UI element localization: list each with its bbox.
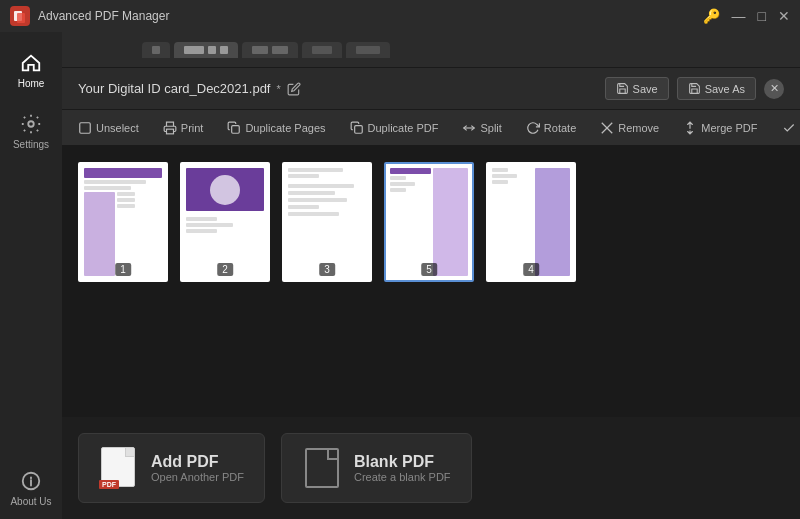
add-pdf-text: Add PDF Open Another PDF — [151, 453, 244, 483]
maximize-button[interactable]: □ — [758, 8, 766, 24]
app-icon — [10, 6, 30, 26]
merge-icon — [683, 121, 697, 135]
blank-pdf-main-label: Blank PDF — [354, 453, 451, 471]
duplicate-pdf-button[interactable]: Duplicate PDF — [342, 117, 447, 139]
app-title: Advanced PDF Manager — [38, 9, 703, 23]
rotate-label: Rotate — [544, 122, 576, 134]
file-name: Your Digital ID card_Dec2021.pdf * — [78, 81, 605, 96]
close-file-button[interactable]: ✕ — [764, 79, 784, 99]
minimize-button[interactable]: — — [732, 8, 746, 24]
unselect-icon — [78, 121, 92, 135]
duplicate-pdf-icon — [350, 121, 364, 135]
page-num-1: 1 — [115, 263, 131, 276]
save-button[interactable]: Save — [605, 77, 669, 100]
unselect-label: Unselect — [96, 122, 139, 134]
page-thumb-4[interactable]: 4 — [486, 162, 576, 282]
save-as-icon — [688, 82, 701, 95]
bottom-area: PDF Add PDF Open Another PDF Blank PDF C… — [62, 417, 800, 519]
duplicate-pages-label: Duplicate Pages — [245, 122, 325, 134]
blank-pdf-icon — [302, 446, 342, 490]
tab-2[interactable] — [174, 42, 238, 58]
svg-rect-5 — [166, 129, 173, 134]
page-thumb-1[interactable]: 1 — [78, 162, 168, 282]
duplicate-pages-button[interactable]: Duplicate Pages — [219, 117, 333, 139]
file-actions: Save Save As ✕ — [605, 77, 784, 100]
file-header: Your Digital ID card_Dec2021.pdf * Save — [62, 68, 800, 110]
blank-pdf-button[interactable]: Blank PDF Create a blank PDF — [281, 433, 472, 503]
page-num-2: 2 — [217, 263, 233, 276]
page-thumbnail-4: 4 — [486, 162, 576, 282]
svg-rect-6 — [232, 125, 240, 133]
svg-rect-7 — [354, 125, 362, 133]
tab-bar — [62, 32, 800, 68]
save-as-label: Save As — [705, 83, 745, 95]
merge-pdf-button[interactable]: Merge PDF — [675, 117, 765, 139]
tab-4[interactable] — [302, 42, 342, 58]
blank-pdf-text: Blank PDF Create a blank PDF — [354, 453, 451, 483]
select-all-icon — [782, 121, 796, 135]
file-modified-indicator: * — [276, 83, 280, 95]
svg-point-2 — [28, 121, 34, 127]
remove-label: Remove — [618, 122, 659, 134]
sidebar-item-about[interactable]: About Us — [0, 458, 62, 519]
pin-icon[interactable]: 🔑 — [703, 8, 720, 24]
page-num-5: 5 — [421, 263, 437, 276]
close-button[interactable]: ✕ — [778, 8, 790, 24]
page-thumb-5[interactable]: 5 — [384, 162, 474, 282]
page-thumb-2[interactable]: 2 — [180, 162, 270, 282]
select-all-button[interactable]: Select All — [774, 117, 801, 139]
page-num-4: 4 — [523, 263, 539, 276]
add-pdf-main-label: Add PDF — [151, 453, 244, 471]
split-label: Split — [480, 122, 501, 134]
file-edit-icon — [287, 82, 301, 96]
page-thumbnail-3: 3 — [282, 162, 372, 282]
tab-3[interactable] — [242, 42, 298, 58]
remove-icon — [600, 121, 614, 135]
remove-button[interactable]: Remove — [592, 117, 667, 139]
tab-1[interactable] — [142, 42, 170, 58]
merge-pdf-label: Merge PDF — [701, 122, 757, 134]
split-icon — [462, 121, 476, 135]
save-as-button[interactable]: Save As — [677, 77, 756, 100]
title-bar: Advanced PDF Manager 🔑 — □ ✕ — [0, 0, 800, 32]
svg-rect-1 — [17, 13, 25, 23]
page-thumbnail-1: 1 — [78, 162, 168, 282]
sidebar: Home Settings About Us — [0, 32, 62, 519]
blank-pdf-sub-label: Create a blank PDF — [354, 471, 451, 483]
rotate-icon — [526, 121, 540, 135]
tab-5[interactable] — [346, 42, 390, 58]
file-name-text: Your Digital ID card_Dec2021.pdf — [78, 81, 270, 96]
toolbar: Unselect Print Duplicate Pages — [62, 110, 800, 146]
window-controls: 🔑 — □ ✕ — [703, 8, 790, 24]
svg-rect-4 — [80, 122, 91, 133]
pages-area: 1 2 — [62, 146, 800, 417]
sidebar-about-label: About Us — [10, 496, 51, 507]
save-icon — [616, 82, 629, 95]
page-thumbnail-2: 2 — [180, 162, 270, 282]
add-pdf-sub-label: Open Another PDF — [151, 471, 244, 483]
add-pdf-icon: PDF — [99, 446, 139, 490]
page-thumbnail-5: 5 — [384, 162, 474, 282]
print-icon — [163, 121, 177, 135]
save-label: Save — [633, 83, 658, 95]
split-button[interactable]: Split — [454, 117, 509, 139]
print-label: Print — [181, 122, 204, 134]
unselect-button[interactable]: Unselect — [70, 117, 147, 139]
duplicate-pdf-label: Duplicate PDF — [368, 122, 439, 134]
content-area: Your Digital ID card_Dec2021.pdf * Save — [62, 32, 800, 519]
print-button[interactable]: Print — [155, 117, 212, 139]
page-num-3: 3 — [319, 263, 335, 276]
sidebar-item-settings[interactable]: Settings — [0, 101, 62, 162]
main-layout: Home Settings About Us — [0, 32, 800, 519]
sidebar-settings-label: Settings — [13, 139, 49, 150]
rotate-button[interactable]: Rotate — [518, 117, 584, 139]
add-pdf-button[interactable]: PDF Add PDF Open Another PDF — [78, 433, 265, 503]
duplicate-pages-icon — [227, 121, 241, 135]
page-thumb-3[interactable]: 3 — [282, 162, 372, 282]
sidebar-home-label: Home — [18, 78, 45, 89]
sidebar-item-home[interactable]: Home — [0, 40, 62, 101]
